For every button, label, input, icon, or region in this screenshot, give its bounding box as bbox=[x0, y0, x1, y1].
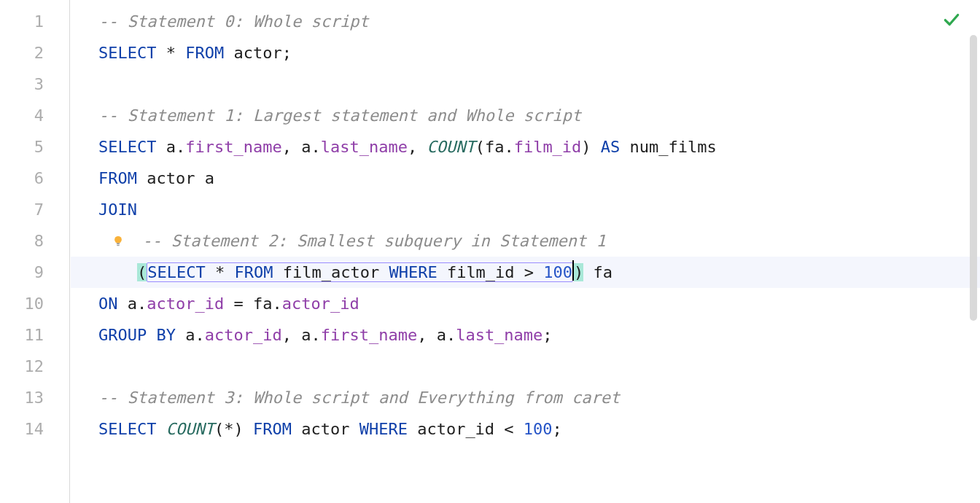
line-number: 2 bbox=[0, 37, 70, 69]
token: a bbox=[437, 326, 446, 344]
keyword: SELECT bbox=[147, 263, 205, 281]
code-line[interactable] bbox=[71, 69, 980, 100]
punct: . bbox=[446, 326, 456, 344]
keyword: FROM bbox=[234, 263, 273, 281]
identifier: first_name bbox=[321, 326, 417, 344]
punct: ) bbox=[581, 138, 591, 156]
token bbox=[156, 420, 166, 438]
code-line[interactable]: -- Statement 3: Whole script and Everyth… bbox=[71, 382, 980, 413]
code-line[interactable]: SELECT a.first_name, a.last_name, COUNT(… bbox=[71, 131, 980, 163]
keyword: AS bbox=[591, 138, 621, 156]
comment-text: -- Statement 3: Whole script and Everyth… bbox=[98, 389, 620, 407]
identifier: film_id bbox=[514, 138, 582, 156]
punct: ( bbox=[475, 138, 485, 156]
punct: . bbox=[311, 138, 320, 156]
token: num_films bbox=[620, 138, 716, 156]
token: a bbox=[118, 295, 138, 313]
token: actor_id < bbox=[408, 420, 524, 438]
token: film_actor bbox=[273, 263, 389, 281]
function: COUNT bbox=[427, 138, 475, 156]
code-line[interactable]: SELECT * FROM actor; bbox=[71, 37, 980, 69]
identifier: last_name bbox=[456, 326, 542, 344]
token: actor bbox=[292, 420, 359, 438]
svg-rect-2 bbox=[117, 245, 120, 246]
line-number: 9 bbox=[0, 257, 70, 288]
code-line[interactable]: -- Statement 2: Smallest subquery in Sta… bbox=[71, 225, 980, 257]
code-line[interactable]: JOIN bbox=[71, 194, 980, 225]
line-number: 4 bbox=[0, 100, 70, 131]
keyword: FROM bbox=[185, 44, 224, 62]
code-editor[interactable]: 1 2 3 4 5 6 7 8 9 10 11 12 13 14 -- Stat… bbox=[0, 0, 980, 503]
identifier: actor_id bbox=[147, 295, 224, 313]
vertical-scrollbar[interactable] bbox=[970, 35, 977, 321]
keyword: FROM bbox=[253, 420, 292, 438]
token: a bbox=[301, 138, 311, 156]
punct: ; bbox=[542, 326, 552, 344]
line-number: 12 bbox=[0, 351, 70, 382]
punct: . bbox=[176, 138, 185, 156]
paren-close: ) bbox=[574, 263, 583, 281]
gutter: 1 2 3 4 5 6 7 8 9 10 11 12 13 14 bbox=[0, 0, 71, 503]
code-area[interactable]: -- Statement 0: Whole script SELECT * FR… bbox=[71, 0, 980, 503]
function: COUNT bbox=[166, 420, 214, 438]
code-line[interactable]: GROUP BY a.actor_id, a.first_name, a.las… bbox=[71, 319, 980, 351]
code-line[interactable]: SELECT COUNT(*) FROM actor WHERE actor_i… bbox=[71, 413, 980, 445]
punct: . bbox=[504, 138, 513, 156]
svg-point-0 bbox=[114, 236, 122, 243]
keyword: WHERE bbox=[359, 420, 408, 438]
comment-text: -- Statement 1: Largest statement and Wh… bbox=[98, 106, 581, 125]
indent bbox=[98, 263, 137, 281]
punct: . bbox=[137, 295, 147, 313]
punct: , bbox=[282, 326, 302, 344]
comment-text: -- Statement 2: Smallest subquery in Sta… bbox=[142, 232, 606, 250]
keyword: FROM bbox=[98, 169, 137, 187]
check-icon[interactable] bbox=[942, 10, 961, 29]
line-number: 11 bbox=[0, 319, 70, 351]
token: = bbox=[224, 295, 253, 313]
token: actor a bbox=[137, 169, 214, 187]
keyword: SELECT bbox=[98, 44, 156, 62]
token: fa bbox=[583, 263, 612, 281]
line-number: 1 bbox=[0, 6, 70, 37]
svg-rect-1 bbox=[117, 243, 120, 244]
gutter-separator bbox=[69, 0, 70, 503]
identifier: first_name bbox=[185, 138, 281, 156]
identifier: last_name bbox=[321, 138, 408, 156]
token: * bbox=[156, 44, 185, 62]
code-line[interactable]: -- Statement 0: Whole script bbox=[71, 6, 980, 37]
selection-box: SELECT * FROM film_actor WHERE film_id >… bbox=[147, 262, 573, 282]
punct: . bbox=[272, 295, 281, 313]
token: actor bbox=[224, 44, 281, 62]
keyword: WHERE bbox=[389, 263, 437, 281]
line-number: 3 bbox=[0, 69, 70, 100]
code-line[interactable]: -- Statement 1: Largest statement and Wh… bbox=[71, 100, 980, 131]
intention-bulb-icon[interactable] bbox=[112, 235, 125, 248]
token: fa bbox=[253, 295, 273, 313]
keyword: ON bbox=[98, 295, 118, 313]
token: * bbox=[224, 420, 233, 438]
number: 100 bbox=[524, 420, 553, 438]
code-line[interactable]: (SELECT * FROM film_actor WHERE film_id … bbox=[71, 257, 980, 288]
punct: ; bbox=[553, 420, 562, 438]
punct: , bbox=[282, 138, 302, 156]
line-number: 10 bbox=[0, 288, 70, 319]
punct: , bbox=[408, 138, 427, 156]
paren-open: ( bbox=[137, 263, 147, 281]
line-number: 8 bbox=[0, 225, 70, 257]
line-number: 7 bbox=[0, 194, 70, 225]
code-line[interactable]: ON a.actor_id = fa.actor_id bbox=[71, 288, 980, 319]
code-line[interactable] bbox=[71, 351, 980, 382]
punct: . bbox=[195, 326, 204, 344]
line-number: 6 bbox=[0, 163, 70, 194]
keyword: JOIN bbox=[98, 200, 137, 219]
code-line[interactable]: FROM actor a bbox=[71, 163, 980, 194]
punct: ; bbox=[282, 44, 292, 62]
keyword: SELECT bbox=[98, 420, 156, 438]
keyword: GROUP BY bbox=[98, 326, 176, 344]
punct: ( bbox=[214, 420, 224, 438]
token bbox=[244, 420, 253, 438]
punct: . bbox=[311, 326, 320, 344]
line-number: 13 bbox=[0, 382, 70, 413]
line-number: 14 bbox=[0, 413, 70, 445]
comment-text: -- Statement 0: Whole script bbox=[98, 12, 369, 31]
